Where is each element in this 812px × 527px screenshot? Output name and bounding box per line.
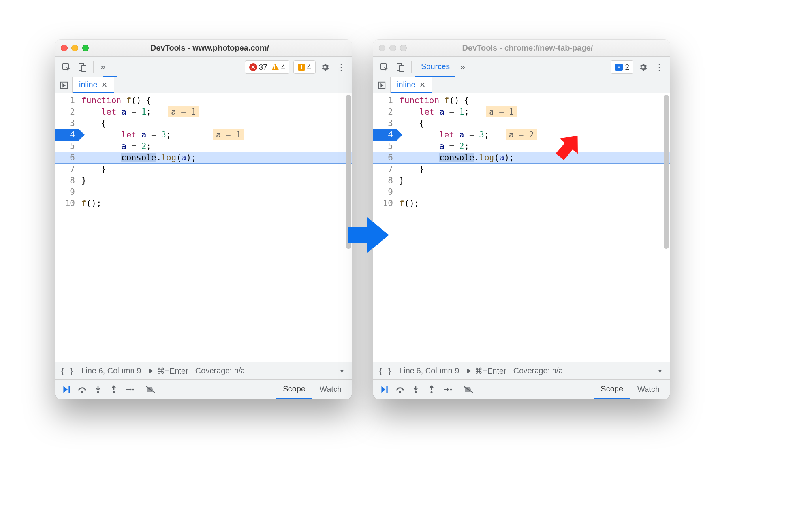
resume-icon[interactable] xyxy=(58,382,74,397)
devtools-window-right: DevTools - chrome://new-tab-page/ Source… xyxy=(373,40,670,399)
svg-rect-11 xyxy=(399,66,404,71)
svg-rect-2 xyxy=(81,66,86,71)
step-into-icon[interactable] xyxy=(408,382,424,397)
issue-count: 4 xyxy=(307,63,311,72)
step-over-icon[interactable] xyxy=(392,382,408,397)
navigator-toggle-icon[interactable] xyxy=(55,77,73,93)
code-editor[interactable]: 123 4 567 8910 function f() { let a = 1;… xyxy=(373,93,670,362)
transition-arrow-icon xyxy=(344,213,391,257)
minimize-icon[interactable] xyxy=(71,45,78,51)
watch-tab[interactable]: Watch xyxy=(312,380,349,399)
scope-tab[interactable]: Scope xyxy=(594,380,630,399)
console-badges[interactable]: ✕ 37 4 xyxy=(245,60,290,74)
tab-close-icon[interactable]: ✕ xyxy=(419,81,425,89)
window-title: DevTools - chrome://new-tab-page/ xyxy=(411,43,664,53)
issue-icon: ! xyxy=(298,64,305,71)
separator xyxy=(458,384,458,395)
separator xyxy=(140,384,140,395)
code-editor[interactable]: 123 4 567 8910 function f() { let a = 1;… xyxy=(55,93,352,362)
svg-point-15 xyxy=(415,391,417,393)
active-tab-indicator xyxy=(103,76,117,77)
issues-badge[interactable]: ! 4 xyxy=(293,60,316,74)
svg-rect-4 xyxy=(68,386,70,393)
close-icon[interactable] xyxy=(61,45,68,51)
inspect-icon[interactable] xyxy=(59,60,73,74)
scrollbar[interactable] xyxy=(664,95,669,249)
titlebar[interactable]: DevTools - www.photopea.com/ xyxy=(55,40,352,57)
device-icon[interactable] xyxy=(393,60,407,74)
source-tab-strip: inline ✕ xyxy=(373,77,670,93)
separator xyxy=(411,61,412,73)
gutter[interactable]: 123 4 567 8910 xyxy=(55,93,79,362)
dock-icon[interactable]: ▼ xyxy=(655,366,665,376)
code-area[interactable]: function f() { let a = 1; a = 1 { let a … xyxy=(79,93,352,362)
coverage-status[interactable]: Coverage: n/a xyxy=(513,366,563,375)
tab-close-icon[interactable]: ✕ xyxy=(102,81,107,89)
resume-icon[interactable] xyxy=(376,382,392,397)
inspect-icon[interactable] xyxy=(377,60,391,74)
status-bar: { } Line 6, Column 9 ⌘+Enter Coverage: n… xyxy=(373,362,670,379)
tab-label: inline xyxy=(397,80,415,89)
step-icon[interactable] xyxy=(440,382,455,397)
watch-tab[interactable]: Watch xyxy=(630,380,667,399)
warning-badge[interactable]: 4 xyxy=(271,63,286,72)
step-over-icon[interactable] xyxy=(74,382,90,397)
debug-toolbar: Scope Watch xyxy=(55,379,352,399)
execution-line-marker: 4 xyxy=(373,129,397,141)
sources-tab[interactable]: Sources xyxy=(415,57,455,77)
inline-value: a = 1 xyxy=(486,106,517,117)
scope-tab[interactable]: Scope xyxy=(276,380,312,399)
tab-label: inline xyxy=(79,80,98,89)
titlebar[interactable]: DevTools - chrome://new-tab-page/ xyxy=(373,40,670,57)
svg-point-5 xyxy=(81,391,83,393)
source-tab-strip: inline ✕ xyxy=(55,77,352,93)
error-badge[interactable]: ✕ 37 xyxy=(249,63,267,72)
traffic-lights xyxy=(61,45,89,51)
minimize-icon[interactable] xyxy=(389,45,396,51)
more-tabs-icon[interactable]: » xyxy=(98,62,109,72)
step-icon[interactable] xyxy=(122,382,137,397)
devtools-window-left: DevTools - www.photopea.com/ » ✕ 37 4 xyxy=(55,40,352,399)
main-toolbar: » ✕ 37 4 ! 4 ⋮ xyxy=(55,57,352,77)
status-bar: { } Line 6, Column 9 ⌘+Enter Coverage: n… xyxy=(55,362,352,379)
coverage-status[interactable]: Coverage: n/a xyxy=(195,366,245,375)
error-icon: ✕ xyxy=(249,63,257,71)
messages-badge[interactable]: ≡ 2 xyxy=(611,60,633,74)
run-snippet[interactable]: ⌘+Enter xyxy=(148,366,188,376)
window-title: DevTools - www.photopea.com/ xyxy=(93,43,346,53)
warning-count: 4 xyxy=(281,63,286,72)
kebab-menu-icon[interactable]: ⋮ xyxy=(652,62,666,72)
code-area[interactable]: function f() { let a = 1; a = 1 { let a … xyxy=(397,93,670,362)
cursor-position[interactable]: Line 6, Column 9 xyxy=(81,366,141,375)
maximize-icon[interactable] xyxy=(82,45,89,51)
inline-value: a = 1 xyxy=(168,106,199,117)
step-out-icon[interactable] xyxy=(106,382,122,397)
deactivate-breakpoints-icon[interactable] xyxy=(461,382,476,397)
pretty-print-icon[interactable]: { } xyxy=(60,366,74,376)
run-snippet[interactable]: ⌘+Enter xyxy=(466,366,506,376)
settings-icon[interactable] xyxy=(635,62,651,72)
more-tabs-icon[interactable]: » xyxy=(457,62,468,72)
message-count: 2 xyxy=(625,63,629,72)
step-out-icon[interactable] xyxy=(424,382,440,397)
cursor-position[interactable]: Line 6, Column 9 xyxy=(399,366,459,375)
kebab-menu-icon[interactable]: ⋮ xyxy=(335,62,348,72)
warning-icon xyxy=(271,64,279,70)
device-icon[interactable] xyxy=(75,60,89,74)
svg-point-14 xyxy=(399,391,401,393)
navigator-toggle-icon[interactable] xyxy=(373,77,391,93)
step-into-icon[interactable] xyxy=(90,382,106,397)
dock-icon[interactable]: ▼ xyxy=(337,366,347,376)
error-count: 37 xyxy=(259,63,267,72)
file-tab-inline[interactable]: inline ✕ xyxy=(73,77,114,93)
maximize-icon[interactable] xyxy=(400,45,407,51)
close-icon[interactable] xyxy=(379,45,385,51)
settings-icon[interactable] xyxy=(317,62,333,72)
deactivate-breakpoints-icon[interactable] xyxy=(143,382,158,397)
traffic-lights xyxy=(379,45,407,51)
pretty-print-icon[interactable]: { } xyxy=(378,366,392,376)
message-icon: ≡ xyxy=(615,64,623,71)
main-toolbar: Sources » ≡ 2 ⋮ xyxy=(373,57,670,77)
file-tab-inline[interactable]: inline ✕ xyxy=(391,77,432,93)
callout-arrow-icon xyxy=(551,128,586,164)
